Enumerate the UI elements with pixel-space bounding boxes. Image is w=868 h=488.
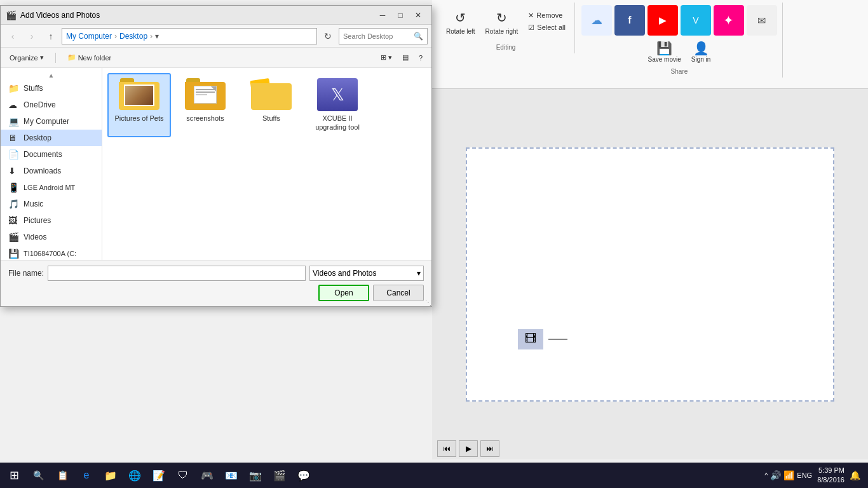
taskbar-chrome-button[interactable]: 🌐: [123, 464, 146, 487]
sidebar-item-ti-label: TI10684700A (C:: [24, 250, 76, 257]
sidebar-item-documents[interactable]: 📄 Documents: [1, 146, 102, 163]
taskbar-network-icon[interactable]: 📶: [783, 470, 794, 480]
dialog-controls: ─ □ ✕: [374, 8, 426, 22]
search-icon[interactable]: 🔍: [414, 32, 423, 41]
new-folder-icon: 📁: [67, 53, 76, 62]
close-button[interactable]: ✕: [410, 8, 426, 22]
filename-input[interactable]: [48, 266, 306, 281]
organize-dropdown-icon: ▾: [40, 53, 44, 62]
search-input[interactable]: [343, 32, 414, 40]
email-share-button[interactable]: ✉: [747, 5, 777, 36]
taskbar-mail-button[interactable]: 📧: [220, 464, 243, 487]
taskbar-time-display: 5:39 PM: [817, 466, 844, 475]
sidebar-item-onedrive[interactable]: ☁ OneDrive: [1, 97, 102, 113]
facebook-share-button[interactable]: f: [614, 5, 645, 36]
breadcrumb-dropdown[interactable]: ▾: [155, 32, 159, 41]
sidebar-item-mycomputer[interactable]: 💻 My Computer: [1, 113, 102, 130]
taskbar-expand-icon[interactable]: ^: [764, 471, 768, 479]
save-movie-icon: 💾: [656, 41, 672, 56]
playback-controls: ⏮ ▶ ⏭: [432, 438, 868, 459]
sidebar-item-music-label: Music: [24, 200, 43, 208]
taskbar-msg-button[interactable]: 💬: [292, 464, 315, 487]
sidebar-scroll-up[interactable]: ▲: [1, 71, 102, 80]
filetype-select[interactable]: Videos and Photos ▾: [309, 266, 424, 281]
taskbar-right: ^ 🔊 📶 ENG 5:39 PM 8/8/2016 🔔: [764, 466, 865, 485]
taskbar-ie-button[interactable]: e: [75, 464, 98, 487]
taskbar-lang-icon[interactable]: ENG: [797, 471, 812, 479]
sidebar-item-stuffs-label: Stuffs: [24, 84, 43, 93]
ribbon-editing-buttons: ↺ Rotate left ↻ Rotate right ✕ Remove ☑: [442, 5, 569, 37]
remove-button[interactable]: ✕ Remove: [524, 10, 569, 21]
taskbar-photo-button[interactable]: 📷: [244, 464, 267, 487]
desktop-icon: 🖥: [8, 133, 20, 143]
taskbar-shield-button[interactable]: 🛡: [172, 464, 194, 487]
sidebar-item-downloads[interactable]: ⬇ Downloads: [1, 163, 102, 179]
taskbar-video-button[interactable]: 🎬: [268, 464, 291, 487]
help-icon: ?: [419, 54, 423, 62]
forward-button[interactable]: ⏭: [480, 440, 499, 457]
sidebar-item-videos[interactable]: 🎬 Videos: [1, 229, 102, 245]
taskbar-search-button[interactable]: 🔍: [27, 464, 50, 487]
mycomputer-icon: 💻: [8, 116, 20, 126]
sidebar-item-lge[interactable]: 📱 LGE Android MT: [1, 179, 102, 196]
cancel-button[interactable]: Cancel: [373, 285, 424, 301]
file-item-xcube[interactable]: 𝕏 XCUBE II upgrading tool: [306, 73, 369, 137]
breadcrumb-desktop[interactable]: Desktop: [119, 32, 147, 41]
start-button[interactable]: ⊞: [3, 464, 25, 487]
breadcrumb-mycomputer[interactable]: My Computer: [66, 32, 112, 41]
taskbar-notification-icon[interactable]: 🔔: [850, 470, 860, 480]
sidebar-item-music[interactable]: 🎵 Music: [1, 196, 102, 212]
taskbar-word-button[interactable]: 📝: [147, 464, 170, 487]
view-icon: ⊞: [381, 53, 386, 62]
file-item-pictures-of-pets[interactable]: Pictures of Pets: [107, 73, 171, 137]
dialog-files: Pictures of Pets screens: [102, 68, 431, 260]
play-button[interactable]: ▶: [459, 440, 478, 457]
vimeo-share-button[interactable]: V: [681, 5, 711, 36]
taskbar-datetime[interactable]: 5:39 PM 8/8/2016: [817, 466, 844, 485]
sidebar-item-desktop-label: Desktop: [24, 133, 51, 142]
cloud-share-button[interactable]: ☁: [581, 5, 612, 36]
resize-handle[interactable]: ⋱: [424, 299, 431, 306]
sidebar-item-ti[interactable]: 💾 TI10684700A (C:: [1, 245, 102, 260]
minimize-button[interactable]: ─: [374, 8, 391, 22]
breadcrumb[interactable]: My Computer › Desktop › ▾: [62, 28, 317, 44]
rotate-left-button[interactable]: ↺ Rotate left: [442, 5, 479, 37]
view-button[interactable]: ⊞ ▾: [377, 51, 396, 64]
save-movie-button[interactable]: 💾 Save movie: [644, 38, 685, 65]
pane-button[interactable]: ▤: [398, 51, 412, 64]
rotate-right-button[interactable]: ↻ Rotate right: [482, 5, 522, 37]
onedrive-icon: ☁: [8, 100, 20, 110]
youtube-share-button[interactable]: ▶: [648, 5, 678, 36]
taskbar-sys-icons: ^ 🔊 📶 ENG: [764, 470, 812, 480]
movie-thumbnail: 🎞: [518, 329, 567, 349]
select-all-button[interactable]: ☑ Select all: [524, 22, 569, 33]
dialog-title-icon: 🎬: [6, 10, 17, 20]
dialog-titlebar: 🎬 Add Videos and Photos ─ □ ✕: [1, 6, 431, 25]
nav-up-button[interactable]: ↑: [43, 28, 59, 44]
sidebar-item-videos-label: Videos: [24, 233, 46, 241]
nav-back-button[interactable]: ‹: [4, 28, 21, 44]
organize-button[interactable]: Organize ▾: [6, 51, 48, 64]
sidebar-item-desktop[interactable]: 🖥 Desktop: [1, 130, 102, 146]
maximize-button[interactable]: □: [392, 8, 409, 22]
file-name-xcube: XCUBE II upgrading tool: [309, 114, 365, 132]
open-button[interactable]: Open: [318, 285, 369, 301]
taskbar-game-button[interactable]: 🎮: [196, 464, 219, 487]
sidebar-item-stuffs[interactable]: 📁 Stuffs: [1, 80, 102, 97]
new-folder-button[interactable]: 📁 New folder: [64, 51, 116, 64]
xcube-icon: 𝕏: [317, 78, 358, 111]
sidebar-item-pictures[interactable]: 🖼 Pictures: [1, 212, 102, 229]
back-button[interactable]: ⏮: [437, 440, 456, 457]
flickr-share-button[interactable]: ✦: [714, 5, 744, 36]
taskbar-explorer-button[interactable]: 📁: [99, 464, 122, 487]
nav-refresh-button[interactable]: ↻: [320, 28, 336, 44]
sign-in-button[interactable]: 👤 Sign in: [688, 38, 715, 65]
taskbar-volume-icon[interactable]: 🔊: [770, 470, 781, 480]
movie-icon: 🎞: [518, 329, 543, 349]
file-item-stuffs[interactable]: Stuffs: [240, 73, 303, 137]
pictures-icon: 🖼: [8, 215, 20, 226]
nav-forward-button[interactable]: ›: [24, 28, 40, 44]
file-item-screenshots[interactable]: screenshots: [173, 73, 237, 137]
taskbar-taskview-button[interactable]: 📋: [51, 464, 74, 487]
help-button[interactable]: ?: [415, 51, 426, 64]
